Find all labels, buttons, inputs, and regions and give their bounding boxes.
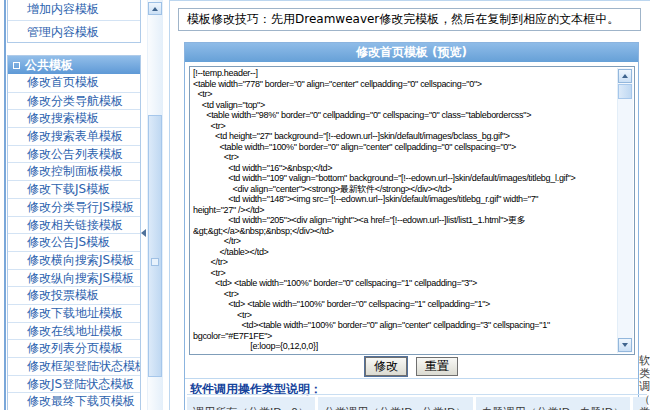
sidebar-item[interactable]: 管理内容模板 bbox=[8, 20, 140, 42]
collapse-box-icon bbox=[13, 62, 20, 69]
preview-link[interactable]: (预览) bbox=[432, 45, 467, 59]
form-buttons-row: 修改 重置 bbox=[185, 357, 638, 376]
editor-scrollbar-thumb[interactable] bbox=[618, 84, 632, 99]
template-admin-page: 增加内容模板 管理内容模板 公共模板 修改首页模板 修改分类导航模板 修改搜索模… bbox=[0, 0, 650, 410]
sidebar-item[interactable]: 修改框架登陆状态模板 bbox=[8, 357, 140, 375]
sidebar-menu-content-templates: 增加内容模板 管理内容模板 bbox=[7, 0, 141, 43]
sidebar-scroll-up-button[interactable] bbox=[148, 2, 162, 15]
template-tip-bar: 模板修改技巧：先用Dreamweaver修改完模板，然后在复制到相应的文本框中。 bbox=[178, 8, 641, 31]
down-arrow-icon bbox=[622, 343, 628, 347]
reset-button[interactable]: 重置 bbox=[416, 357, 458, 376]
help-cell: 调用所有（分类ID=0） bbox=[187, 397, 315, 410]
help-cell: 专题调用（分类ID=专题ID） bbox=[476, 397, 631, 410]
panel-title: 修改首页模板 bbox=[356, 45, 428, 59]
sidebar-item[interactable]: 修改下载地址模板 bbox=[8, 304, 140, 322]
editor-scrollbar-track[interactable] bbox=[617, 68, 633, 353]
sidebar-item[interactable]: 修改在线地址模板 bbox=[8, 322, 140, 340]
sidebar-section-header-public-templates[interactable]: 公共模板 bbox=[8, 56, 140, 74]
help-cell: 分类调用（分类ID=分类ID） bbox=[318, 397, 473, 410]
up-arrow-icon bbox=[622, 74, 628, 78]
sidebar-item[interactable]: 修改搜索表单模板 bbox=[8, 127, 140, 145]
splitter-collapse-arrow-icon[interactable] bbox=[141, 229, 146, 237]
sidebar-item[interactable]: 修改最终下载页模板 bbox=[8, 392, 140, 410]
window-left-border bbox=[4, 0, 6, 410]
sidebar-item[interactable]: 修改投票模板 bbox=[8, 286, 140, 304]
sidebar-item[interactable]: 修改JS登陆状态模板 bbox=[8, 375, 140, 393]
sidebar-menu-public-templates: 公共模板 修改首页模板 修改分类导航模板 修改搜索模板 修改搜索表单模板 修改公… bbox=[7, 55, 141, 410]
sidebar-item[interactable]: 修改分类导航模板 bbox=[8, 92, 140, 110]
sidebar-item[interactable]: 修改纵向搜索JS模板 bbox=[8, 269, 140, 287]
sidebar-item[interactable]: 修改下载JS模板 bbox=[8, 180, 140, 198]
template-edit-panel: 修改首页模板 (预览) [!--temp.header--] <table wi… bbox=[184, 42, 639, 410]
editor-scroll-up-button[interactable] bbox=[618, 69, 632, 83]
modify-button[interactable]: 修改 bbox=[365, 357, 407, 376]
call-type-help-row: 调用所有（分类ID=0） 分类调用（分类ID=分类ID） 专题调用（分类ID=专… bbox=[187, 394, 647, 410]
editor-scroll-down-button[interactable] bbox=[618, 338, 632, 352]
scrollbar-grip-icon bbox=[151, 258, 159, 266]
section-divider bbox=[185, 378, 638, 379]
sidebar-item[interactable]: 修改横向搜索JS模板 bbox=[8, 251, 140, 269]
sidebar-item[interactable]: 增加内容模板 bbox=[8, 0, 140, 20]
sidebar-item[interactable]: 修改相关链接模板 bbox=[8, 216, 140, 234]
sidebar-item[interactable]: 修改分类导行JS模板 bbox=[8, 198, 140, 216]
help-cell: 软件类型调用（分类ID=软件类型ID） bbox=[633, 397, 647, 410]
sidebar-item[interactable]: 修改首页模板 bbox=[8, 74, 140, 92]
sidebar-section-label: 公共模板 bbox=[25, 57, 73, 74]
sidebar-item[interactable]: 修改列表分页模板 bbox=[8, 339, 140, 357]
sidebar-item[interactable]: 修改公告JS模板 bbox=[8, 233, 140, 251]
up-arrow-icon bbox=[152, 7, 158, 11]
panel-header: 修改首页模板 (预览) bbox=[185, 43, 638, 62]
tip-text: 模板修改技巧：先用Dreamweaver修改完模板，然后在复制到相应的文本框中。 bbox=[187, 11, 619, 28]
sidebar-item[interactable]: 修改搜索模板 bbox=[8, 109, 140, 127]
sidebar-scrollbar-thumb[interactable] bbox=[148, 115, 162, 377]
sidebar-item[interactable]: 修改公告列表模板 bbox=[8, 145, 140, 163]
template-code-textarea[interactable]: [!--temp.header--] <table width="778" bo… bbox=[193, 68, 616, 353]
sidebar-section-items: 修改首页模板 修改分类导航模板 修改搜索模板 修改搜索表单模板 修改公告列表模板… bbox=[8, 74, 140, 410]
sidebar-item[interactable]: 修改控制面板模板 bbox=[8, 162, 140, 180]
template-code-editor: [!--temp.header--] <table width="778" bo… bbox=[189, 66, 635, 355]
